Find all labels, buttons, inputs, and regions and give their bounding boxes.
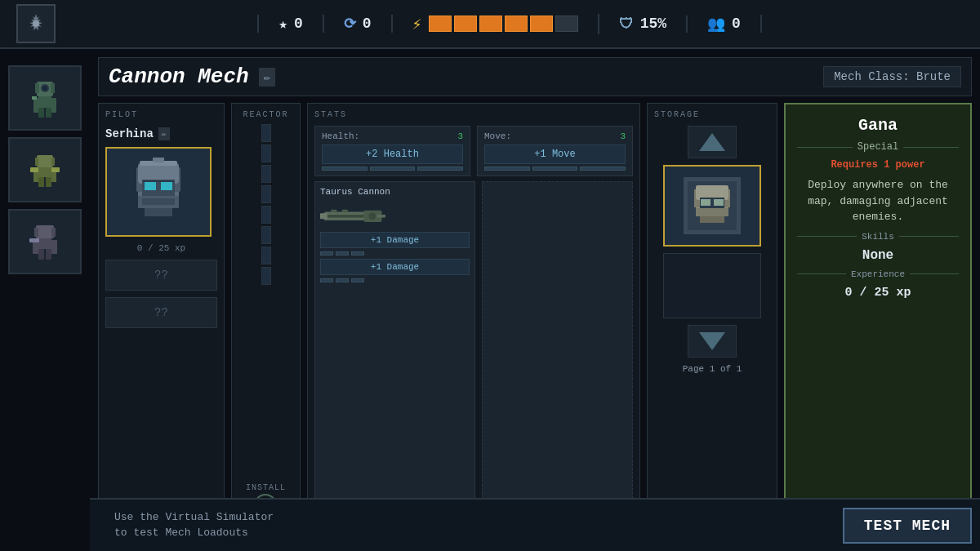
svg-rect-23 — [34, 228, 38, 237]
pilot-name-row: Serhina ✏ — [105, 127, 217, 140]
svg-rect-49 — [342, 209, 348, 212]
crew-value: 0 — [732, 16, 741, 32]
crew-stat: 👥 0 — [688, 15, 762, 33]
pilot-portrait[interactable] — [105, 147, 212, 237]
move-upgrade-btn[interactable]: +1 Move — [484, 144, 626, 164]
weapon-slot-1[interactable]: Taurus Cannon — [314, 181, 475, 535]
svg-rect-46 — [323, 215, 363, 218]
gear-button[interactable] — [16, 4, 56, 43]
pilot-name: Serhina — [105, 127, 154, 140]
svg-rect-60 — [701, 199, 710, 206]
svg-rect-21 — [51, 167, 60, 172]
svg-rect-7 — [38, 108, 44, 118]
energy-pip-5 — [530, 16, 553, 32]
move-pip-row — [484, 167, 626, 171]
pilot-xp: 0 / 25 xp — [105, 243, 217, 253]
storage-item-1[interactable] — [663, 165, 761, 247]
storage-panel: STORAGE — [647, 103, 777, 543]
move-pip-3 — [580, 167, 626, 171]
reactor-pip-2 — [261, 144, 271, 162]
mech-thumb-2[interactable] — [8, 137, 82, 202]
svg-rect-14 — [51, 158, 55, 166]
pilot-slot-1[interactable]: ?? — [105, 260, 217, 291]
reactor-pip-8 — [261, 267, 271, 285]
info-type: Special — [858, 141, 898, 153]
damage-upgrade-btn-2[interactable]: +1 Damage — [320, 259, 470, 275]
shield-value: 0 — [363, 16, 372, 32]
storage-nav-down[interactable] — [688, 325, 737, 358]
info-description: Deploy anywhere on the map, damaging adj… — [797, 177, 959, 225]
defense-value: 15% — [640, 16, 666, 32]
weapon-pip-row-1 — [320, 251, 470, 256]
mech-body: PILOT Serhina ✏ — [98, 103, 972, 543]
mech-edit-icon[interactable]: ✏ — [259, 68, 275, 87]
svg-rect-41 — [145, 208, 172, 216]
svg-rect-61 — [714, 199, 724, 206]
storage-item-2-empty[interactable] — [663, 253, 761, 318]
svg-rect-47 — [320, 213, 327, 219]
reactor-pip-7 — [261, 247, 271, 264]
pilot-slot-2-label: ?? — [154, 306, 168, 319]
svg-rect-51 — [376, 215, 385, 218]
svg-rect-18 — [38, 177, 44, 187]
energy-pip-6 — [555, 16, 578, 32]
svg-marker-52 — [699, 133, 725, 151]
main-content: Cannon Mech ✏ Mech Class: Brute PILOT Se… — [0, 49, 980, 551]
svg-rect-11 — [32, 96, 37, 100]
w-pip-6 — [351, 278, 364, 282]
stats-row: Health: 3 +2 Health Move: 3 — [314, 126, 633, 176]
storage-label: STORAGE — [654, 110, 700, 119]
stars-stat: ★ 0 — [257, 15, 324, 33]
recycle-icon: ⟳ — [344, 15, 356, 33]
divider-line-2 — [903, 147, 959, 148]
energy-pip-4 — [505, 16, 528, 32]
svg-rect-8 — [46, 108, 51, 118]
stats-label: STATS — [314, 110, 633, 119]
energy-icon: ⚡ — [412, 14, 422, 34]
test-mech-button[interactable]: TEST MECH — [843, 508, 972, 544]
reactor-label: REACTOR — [243, 110, 288, 119]
energy-pip-2 — [454, 16, 477, 32]
weapon-row: Taurus Cannon — [314, 181, 633, 535]
svg-rect-19 — [46, 177, 51, 187]
install-label: INSTALL — [246, 483, 286, 492]
reactor-pip-1 — [261, 124, 271, 142]
reactor-column: REACTOR INSTALL ↺ UNDO — [231, 103, 301, 543]
mech-class: Mech Class: Brute — [823, 66, 961, 87]
health-upgrade-btn[interactable]: +2 Health — [322, 144, 463, 164]
reactor-pip-4 — [261, 185, 271, 203]
weapon-name: Taurus Cannon — [320, 187, 470, 197]
svg-rect-22 — [36, 225, 54, 238]
divider-line-3 — [797, 236, 857, 237]
energy-pip-3 — [479, 16, 502, 32]
energy-pips — [429, 16, 578, 32]
weapon-slot-2-empty[interactable] — [482, 181, 633, 535]
main-panel: Cannon Mech ✏ Mech Class: Brute PILOT Se… — [98, 57, 972, 543]
svg-rect-12 — [37, 155, 53, 167]
mech-header: Cannon Mech ✏ Mech Class: Brute — [98, 57, 972, 96]
crew-icon: 👥 — [707, 15, 725, 33]
star-icon: ★ — [278, 15, 287, 33]
top-stats: ★ 0 ⟳ 0 ⚡ 🛡 15% 👥 0 — [56, 14, 964, 34]
mech-thumb-1[interactable] — [8, 65, 82, 131]
info-skills-value: None — [797, 248, 959, 263]
move-value: 3 — [620, 131, 626, 141]
w-pip-1 — [320, 251, 333, 256]
pilot-edit-icon[interactable]: ✏ — [158, 127, 170, 140]
mech-thumb-3[interactable] — [8, 209, 82, 274]
info-divider-1: Special — [797, 141, 959, 153]
mech-sidebar — [8, 57, 90, 543]
page-info: Page 1 of 1 — [683, 364, 742, 374]
reactor-pip-6 — [261, 226, 271, 244]
divider-line-1 — [797, 147, 853, 148]
pilot-slot-2[interactable]: ?? — [105, 297, 217, 328]
storage-nav-up[interactable] — [688, 126, 737, 158]
move-pip-1 — [484, 167, 530, 171]
damage-upgrade-btn-1[interactable]: +1 Damage — [320, 232, 470, 248]
health-value: 3 — [457, 131, 463, 141]
info-panel: Gana Special Requires 1 power Deploy any… — [784, 103, 972, 543]
move-label: Move: — [484, 131, 511, 141]
divider-line-5 — [797, 273, 846, 274]
svg-rect-15 — [38, 167, 51, 177]
shield-stat: ⟳ 0 — [324, 15, 393, 33]
